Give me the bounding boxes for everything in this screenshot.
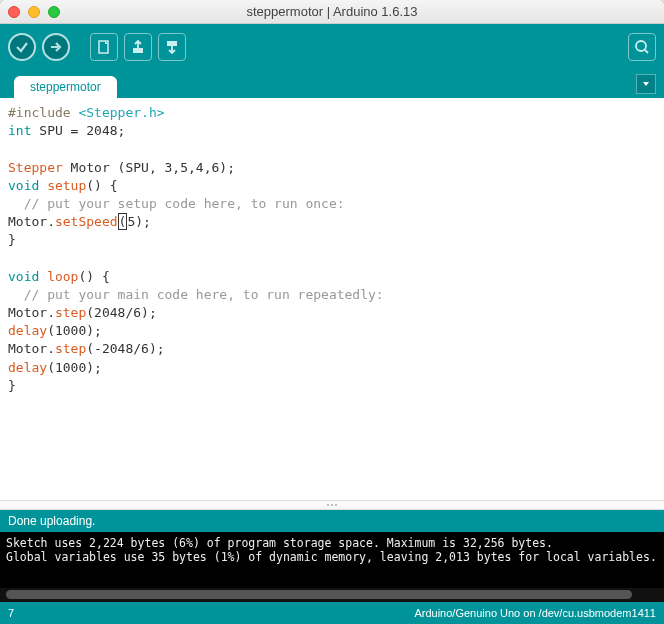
console-output[interactable]: Sketch uses 2,224 bytes (6%) of program … [0, 532, 664, 588]
tab-label: steppermotor [30, 80, 101, 94]
tab-bar: steppermotor [0, 70, 664, 98]
upload-button[interactable] [42, 33, 70, 61]
toolbar [0, 24, 664, 70]
titlebar[interactable]: steppermotor | Arduino 1.6.13 [0, 0, 664, 24]
cursor-bracket: ( [118, 213, 128, 230]
open-button[interactable] [124, 33, 152, 61]
svg-point-5 [331, 504, 333, 506]
panel-resize-handle[interactable] [0, 500, 664, 510]
svg-rect-1 [133, 48, 143, 53]
serial-monitor-button[interactable] [628, 33, 656, 61]
console-scrollbar[interactable] [0, 588, 664, 602]
ide-window: steppermotor | Arduino 1.6.13 steppermot… [0, 0, 664, 624]
svg-point-6 [335, 504, 337, 506]
status-bar: Done uploading. [0, 510, 664, 532]
board-info: Arduino/Genuino Uno on /dev/cu.usbmodem1… [414, 607, 656, 619]
console-line: Sketch uses 2,224 bytes (6%) of program … [6, 536, 553, 550]
new-button[interactable] [90, 33, 118, 61]
scrollbar-thumb[interactable] [6, 590, 632, 599]
window-title: steppermotor | Arduino 1.6.13 [0, 4, 664, 19]
verify-button[interactable] [8, 33, 36, 61]
line-number: 7 [8, 607, 14, 619]
footer-bar: 7 Arduino/Genuino Uno on /dev/cu.usbmode… [0, 602, 664, 624]
svg-point-4 [327, 504, 329, 506]
console-line: Global variables use 35 bytes (1%) of dy… [6, 550, 657, 564]
save-button[interactable] [158, 33, 186, 61]
status-message: Done uploading. [8, 514, 95, 528]
tab-sketch[interactable]: steppermotor [14, 76, 117, 98]
svg-point-3 [636, 41, 646, 51]
code-editor[interactable]: #include <Stepper.h> int SPU = 2048; Ste… [0, 98, 664, 500]
tab-menu-button[interactable] [636, 74, 656, 94]
